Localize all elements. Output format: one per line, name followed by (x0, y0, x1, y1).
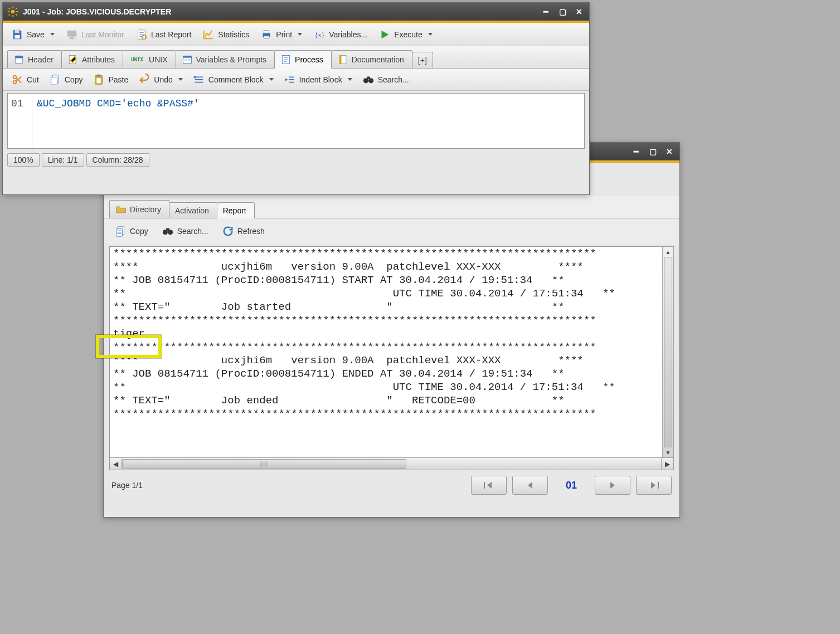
maximize-button[interactable]: ▢ (557, 8, 568, 16)
svg-rect-18 (69, 38, 74, 39)
minimize-button[interactable]: ━ (630, 148, 642, 155)
tab-documentation[interactable]: Documentation (331, 50, 412, 68)
maximize-button[interactable]: ▢ (647, 148, 658, 155)
last-report-button[interactable]: Last Report (130, 25, 196, 44)
first-page-button[interactable] (471, 476, 507, 495)
variables-icon: {x} (313, 28, 326, 41)
last-page-button[interactable] (636, 476, 672, 495)
tab-unix[interactable]: UNIX UNIX (123, 50, 176, 68)
prev-page-button[interactable] (512, 476, 548, 495)
execute-button[interactable]: Execute (373, 25, 438, 44)
scroll-thumb[interactable] (664, 257, 672, 447)
tab-variables-prompts[interactable]: Variables & Prompts (176, 50, 275, 68)
search-button[interactable]: Search... (157, 222, 213, 241)
tab-attributes[interactable]: Attributes (61, 50, 123, 68)
tab-label: Process (295, 55, 323, 64)
report-window: ━ ▢ ✕ Directory Activation Report Copy (103, 142, 680, 518)
undo-button[interactable]: Undo (133, 70, 187, 89)
next-page-button[interactable] (595, 476, 630, 495)
report-icon (135, 28, 148, 41)
comment-icon (193, 74, 205, 86)
indent-block-button[interactable]: Indent Block (279, 70, 357, 89)
svg-rect-6 (12, 7, 13, 8)
button-label: Variables... (329, 30, 367, 39)
button-label: Last Monitor (81, 30, 124, 39)
button-label: Execute (394, 30, 423, 39)
close-button[interactable]: ✕ (664, 148, 675, 155)
comment-block-button[interactable]: Comment Block (188, 70, 279, 89)
svg-rect-29 (183, 56, 191, 57)
svg-rect-16 (67, 30, 77, 36)
tab-directory[interactable]: Directory (109, 200, 169, 218)
chevron-down-icon (50, 33, 55, 36)
print-button[interactable]: Print (255, 25, 307, 44)
variables-button[interactable]: {x} Variables... (308, 25, 372, 44)
button-label: Search... (378, 75, 409, 84)
tab-label: [+] (418, 56, 427, 65)
vertical-scrollbar[interactable]: ▲ ▼ (662, 247, 673, 457)
close-button[interactable]: ✕ (574, 8, 585, 16)
pager: Page 1/1 01 (104, 470, 679, 500)
zoom-status[interactable]: 100% (7, 153, 40, 167)
scroll-right-icon[interactable]: ▶ (661, 458, 673, 470)
scroll-thumb[interactable]: |||| (122, 459, 406, 469)
copy-icon (114, 225, 127, 237)
copy-button[interactable]: Copy (109, 222, 153, 241)
refresh-button[interactable]: Refresh (217, 222, 270, 241)
svg-rect-13 (8, 14, 11, 16)
svg-text:{x}: {x} (315, 31, 324, 38)
cut-button[interactable]: Cut (6, 70, 44, 89)
scroll-up-icon[interactable]: ▲ (663, 247, 673, 257)
disk-icon (11, 28, 23, 41)
paste-button[interactable]: Paste (88, 70, 133, 89)
report-tabstrip: Directory Activation Report (104, 196, 679, 218)
svg-rect-8 (8, 11, 9, 12)
button-label: Indent Block (299, 75, 342, 84)
tab-label: Attributes (82, 55, 115, 64)
minimize-button[interactable]: ━ (540, 8, 551, 16)
svg-rect-15 (14, 35, 20, 38)
svg-rect-11 (15, 14, 17, 16)
button-label: Paste (108, 75, 128, 84)
tab-add[interactable]: [+] (412, 52, 433, 68)
scroll-down-icon[interactable]: ▼ (663, 447, 673, 457)
horizontal-scrollbar[interactable]: ◀ |||| ▶ (109, 458, 674, 470)
save-button[interactable]: Save (6, 25, 60, 44)
tab-report[interactable]: Report (217, 202, 255, 218)
tab-activation[interactable]: Activation (169, 202, 217, 218)
window-title: J001 - Job: JOBS.VICIOUS.DECRYPTER (23, 7, 171, 16)
code-editor[interactable]: 01 &UC_JOBMD CMD='echo &PASS#' (7, 93, 585, 149)
undo-icon (138, 74, 150, 86)
tab-label: Documentation (352, 55, 404, 64)
gear-icon (7, 6, 18, 17)
object-tabstrip: Header Attributes UNIX UNIX Variables & … (3, 46, 589, 69)
svg-rect-41 (97, 78, 101, 83)
column-status: Column: 28/28 (86, 153, 149, 167)
line-status: Line: 1/1 (42, 153, 84, 167)
line-gutter: 01 (8, 94, 32, 148)
tab-header[interactable]: Header (7, 50, 62, 68)
tab-label: Report (223, 206, 246, 215)
svg-rect-40 (97, 74, 101, 76)
unix-icon: UNIX (129, 54, 145, 65)
scroll-left-icon[interactable]: ◀ (110, 458, 122, 470)
svg-rect-17 (70, 37, 74, 38)
button-label: Statistics (218, 30, 249, 39)
page-label: Page 1/1 (111, 481, 143, 490)
process-icon (280, 54, 292, 65)
svg-rect-4 (166, 228, 169, 231)
statistics-button[interactable]: Statistics (197, 25, 254, 44)
code-line[interactable]: &UC_JOBMD CMD='echo &PASS#' (32, 94, 584, 148)
tab-process[interactable]: Process (274, 50, 332, 69)
button-label: Cut (27, 75, 39, 84)
svg-rect-31 (187, 59, 190, 61)
clipboard-icon (93, 74, 105, 86)
svg-rect-14 (14, 30, 19, 33)
scissors-icon (11, 74, 23, 86)
copy-button[interactable]: Copy (44, 70, 88, 89)
job-titlebar[interactable]: J001 - Job: JOBS.VICIOUS.DECRYPTER ━ ▢ ✕ (3, 3, 589, 21)
form-icon (182, 54, 193, 65)
svg-rect-42 (194, 76, 196, 78)
button-label: Last Report (151, 30, 191, 39)
search-button[interactable]: Search... (357, 70, 414, 89)
